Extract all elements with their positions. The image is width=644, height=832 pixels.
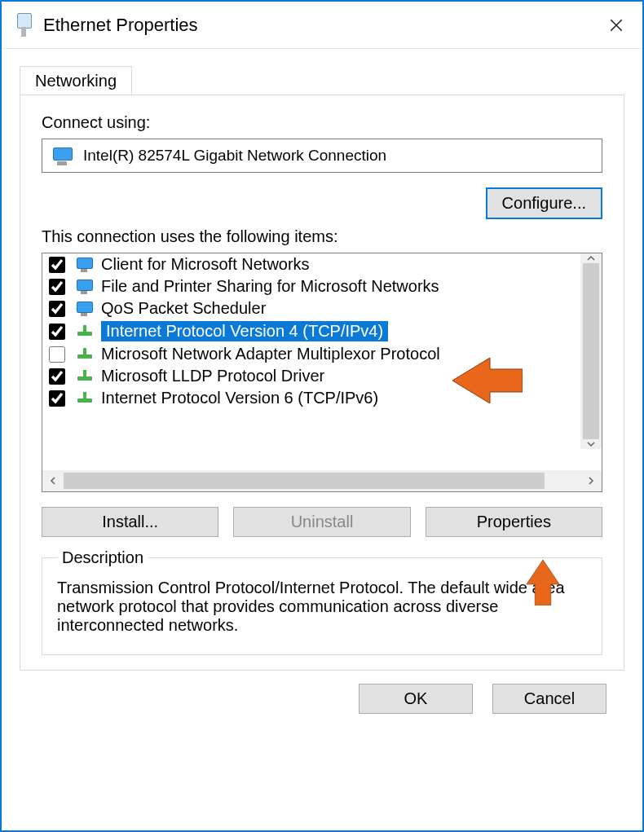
item-label: Microsoft LLDP Protocol Driver — [101, 367, 324, 385]
tab-panel: Connect using: Intel(R) 82574L Gigabit N… — [20, 95, 624, 671]
scroll-thumb[interactable] — [583, 263, 599, 439]
ok-button[interactable]: OK — [359, 684, 473, 714]
item-label: Client for Microsoft Networks — [101, 255, 310, 274]
close-button[interactable] — [598, 7, 634, 43]
item-checkbox[interactable] — [49, 279, 65, 295]
ethernet-properties-dialog: Ethernet Properties Networking Connect u… — [0, 0, 644, 832]
description-text: Transmission Control Protocol/Internet P… — [57, 579, 587, 635]
list-item[interactable]: Internet Protocol Version 4 (TCP/IPv4) — [42, 319, 602, 343]
network-adapter-icon — [51, 146, 73, 165]
uninstall-button: Uninstall — [233, 507, 410, 537]
item-checkbox[interactable] — [49, 257, 65, 273]
tab-networking[interactable]: Networking — [20, 66, 132, 95]
network-protocol-icon — [75, 368, 95, 385]
network-protocol-icon — [75, 346, 95, 363]
cancel-button[interactable]: Cancel — [492, 684, 607, 714]
tabstrip: Networking — [20, 65, 624, 95]
vertical-scrollbar[interactable] — [580, 253, 602, 449]
item-checkbox[interactable] — [49, 390, 65, 407]
list-scroll-area: Client for Microsoft NetworksFile and Pr… — [42, 253, 602, 470]
titlebar: Ethernet Properties — [2, 2, 642, 49]
description-legend: Description — [57, 548, 148, 567]
items-listbox[interactable]: Client for Microsoft NetworksFile and Pr… — [42, 253, 602, 492]
item-checkbox[interactable] — [49, 346, 65, 363]
item-label: Internet Protocol Version 4 (TCP/IPv4) — [101, 321, 388, 341]
description-group: Description Transmission Control Protoco… — [42, 548, 602, 655]
close-icon — [609, 18, 624, 33]
item-label: Microsoft Network Adapter Multiplexor Pr… — [101, 345, 440, 363]
client-area: Networking Connect using: Intel(R) 82574… — [2, 49, 642, 830]
monitor-icon — [75, 300, 95, 318]
list-item[interactable]: Internet Protocol Version 6 (TCP/IPv6) — [42, 387, 602, 409]
list-item[interactable]: QoS Packet Scheduler — [42, 297, 602, 319]
dialog-footer: OK Cancel — [20, 671, 624, 727]
scroll-down-arrow-icon[interactable] — [580, 439, 602, 449]
ethernet-plug-icon — [15, 13, 33, 37]
item-checkbox[interactable] — [49, 368, 65, 385]
item-label: QoS Packet Scheduler — [101, 299, 266, 318]
monitor-icon — [75, 256, 95, 274]
hscroll-thumb[interactable] — [64, 473, 545, 489]
list-item[interactable]: Microsoft LLDP Protocol Driver — [42, 365, 602, 387]
network-protocol-icon — [75, 390, 95, 407]
list-item[interactable]: Microsoft Network Adapter Multiplexor Pr… — [42, 343, 602, 365]
horizontal-scrollbar[interactable] — [42, 470, 602, 491]
connect-using-label: Connect using: — [42, 113, 602, 132]
item-checkbox[interactable] — [49, 301, 65, 317]
scroll-left-arrow-icon[interactable] — [42, 470, 64, 491]
item-label: Internet Protocol Version 6 (TCP/IPv6) — [101, 389, 378, 407]
items-label: This connection uses the following items… — [42, 227, 602, 246]
monitor-icon — [75, 278, 95, 296]
list-item[interactable]: File and Printer Sharing for Microsoft N… — [42, 275, 602, 297]
scroll-up-arrow-icon[interactable] — [580, 253, 602, 263]
properties-button[interactable]: Properties — [426, 507, 602, 537]
install-button[interactable]: Install... — [42, 507, 218, 537]
list-item[interactable]: Client for Microsoft Networks — [42, 253, 602, 275]
item-label: File and Printer Sharing for Microsoft N… — [101, 277, 439, 296]
configure-button[interactable]: Configure... — [486, 187, 602, 219]
item-checkbox[interactable] — [49, 324, 65, 340]
scroll-right-arrow-icon[interactable] — [580, 470, 602, 491]
network-protocol-icon — [75, 323, 95, 341]
window-title: Ethernet Properties — [43, 15, 598, 36]
adapter-name: Intel(R) 82574L Gigabit Network Connecti… — [83, 147, 386, 165]
adapter-field[interactable]: Intel(R) 82574L Gigabit Network Connecti… — [42, 139, 602, 173]
